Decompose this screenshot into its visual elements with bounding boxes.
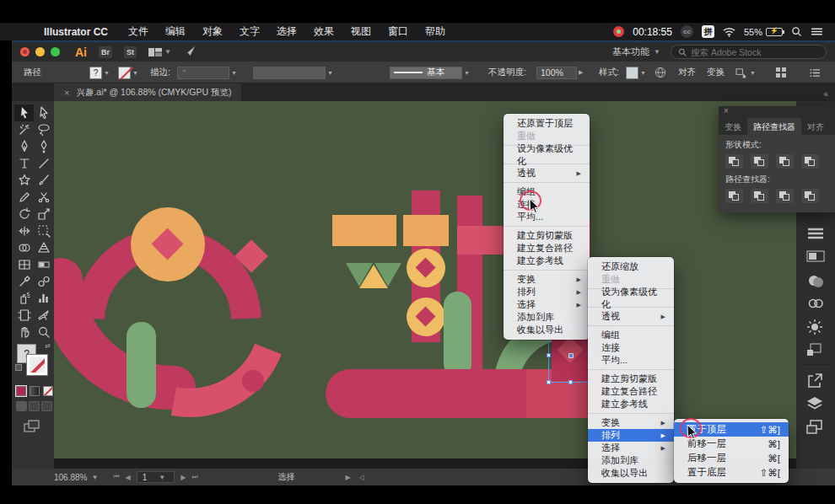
input-method-icon[interactable]: 拼 — [702, 25, 714, 38]
none-button[interactable] — [43, 386, 53, 396]
menu-item[interactable]: 置于底层⇧⌘[ — [674, 465, 789, 480]
width-tool[interactable] — [14, 223, 34, 239]
last-artboard-button[interactable]: ⏭ — [191, 473, 197, 481]
align-button[interactable]: 对齐 — [678, 62, 696, 83]
scale-tool[interactable] — [34, 206, 53, 223]
symbols-panel-icon[interactable] — [806, 342, 825, 361]
stroke-color-control[interactable]: ▼ — [118, 62, 138, 83]
notification-center-icon[interactable] — [811, 27, 823, 36]
menu-item[interactable]: 建立复合路径 — [588, 385, 674, 398]
trim-button[interactable] — [751, 189, 768, 203]
menu-item[interactable]: 平均... — [588, 354, 674, 367]
eyedropper-tool[interactable] — [14, 273, 34, 290]
pencil-tool[interactable] — [14, 189, 34, 206]
menu-item[interactable]: 编组 — [504, 185, 590, 198]
intersect-button[interactable] — [776, 154, 794, 169]
menubar-menu-item[interactable]: 选择 — [268, 24, 305, 39]
style-swatch[interactable] — [626, 67, 638, 79]
screen-mode-button[interactable] — [24, 420, 40, 437]
zoom-tool[interactable] — [34, 324, 53, 340]
menubar-menu-item[interactable]: 文字 — [231, 24, 268, 39]
draw-normal-button[interactable] — [16, 401, 27, 411]
mesh-tool[interactable] — [14, 256, 34, 273]
status-bar-menu-icon[interactable]: ▶ — [346, 474, 351, 481]
selection-tool[interactable] — [14, 105, 34, 121]
style-swatch-dropdown[interactable]: ▼ — [626, 62, 646, 83]
fill-color-control[interactable]: ? ▼ — [89, 62, 110, 83]
panel-tab[interactable]: 对齐 — [801, 118, 830, 135]
zoom-window-button[interactable] — [51, 47, 60, 56]
gradient-panel-icon[interactable] — [806, 249, 825, 268]
spotlight-search-icon[interactable] — [791, 26, 802, 37]
brush-definition-dropdown[interactable]: ▼ — [253, 62, 333, 83]
merge-button[interactable] — [776, 189, 794, 203]
default-fill-stroke-icon[interactable] — [15, 364, 22, 371]
menu-item[interactable]: 建立参考线 — [588, 398, 674, 410]
document-tab[interactable]: × 兴趣.ai* @ 106.88% (CMYK/GPU 预览) — [54, 83, 241, 101]
menu-item[interactable]: 连接 — [588, 341, 674, 354]
minimize-window-button[interactable] — [35, 47, 45, 56]
close-panel-icon[interactable]: × — [724, 106, 729, 115]
menu-item[interactable]: 收集以导出 — [588, 467, 674, 480]
lasso-tool[interactable] — [34, 121, 53, 138]
divide-button[interactable] — [725, 189, 743, 203]
menu-item[interactable]: 添加到库 — [504, 311, 590, 324]
draw-inside-button[interactable] — [41, 401, 52, 411]
layers-panel-icon[interactable] — [806, 396, 825, 415]
type-tool[interactable] — [14, 155, 34, 172]
bridge-button[interactable]: Br — [99, 46, 112, 58]
menu-item[interactable]: 选择▶ — [588, 442, 674, 454]
control-bar-menu-icon[interactable] — [810, 62, 821, 83]
workspace-switcher[interactable]: 基本功能▼ — [612, 46, 660, 58]
line-segment-tool[interactable] — [34, 155, 53, 172]
blend-tool[interactable] — [34, 273, 53, 290]
close-window-button[interactable] — [20, 47, 30, 56]
pen-tool[interactable] — [14, 138, 34, 155]
gradient-button[interactable] — [30, 386, 40, 396]
menu-item[interactable]: 后移一层⌘[ — [674, 451, 789, 465]
perspective-grid-tool[interactable] — [34, 239, 53, 256]
share-icon[interactable] — [183, 45, 196, 60]
menu-item[interactable]: 排列▶ — [588, 429, 674, 442]
crop-button[interactable] — [801, 189, 819, 203]
stroke-color-indicator[interactable] — [27, 355, 47, 375]
document-setup-icon[interactable] — [655, 62, 666, 83]
symbol-sprayer-tool[interactable] — [14, 290, 34, 307]
transparency-panel-icon[interactable] — [806, 273, 825, 292]
search-input[interactable] — [691, 47, 809, 57]
menu-item[interactable]: 设为像素级优化 — [588, 292, 674, 304]
menu-item[interactable]: 透视▶ — [588, 310, 674, 323]
menubar-menu-item[interactable]: 窗口 — [380, 24, 417, 39]
rotate-tool[interactable] — [14, 206, 34, 223]
menu-item[interactable]: 连接 — [504, 198, 590, 211]
menu-item[interactable]: 建立复合路径 — [504, 242, 590, 255]
stock-button[interactable]: St — [124, 46, 137, 58]
unite-button[interactable] — [725, 154, 743, 169]
first-artboard-button[interactable]: ⏮ — [113, 473, 119, 481]
artboard-tool[interactable] — [14, 307, 34, 324]
menu-item[interactable]: 透视▶ — [504, 167, 590, 180]
transform-button[interactable]: 变换 — [707, 62, 725, 83]
export-panel-icon[interactable] — [806, 373, 825, 391]
hand-tool[interactable] — [14, 324, 34, 340]
menubar-menu-item[interactable]: 文件 — [120, 24, 157, 39]
menu-item[interactable]: 变换▶ — [504, 273, 590, 286]
creative-cloud-menu-icon[interactable]: cc — [681, 25, 693, 38]
menu-item[interactable]: 平均... — [504, 211, 590, 223]
menu-item[interactable]: 选择▶ — [504, 298, 590, 311]
stroke-weight-field[interactable]: ⌃ ▼ — [177, 62, 237, 83]
swap-fill-stroke-icon[interactable]: ⇄ — [45, 342, 51, 350]
scrollbar-left-arrow-icon[interactable]: ◁ — [359, 474, 364, 481]
menubar-menu-item[interactable]: 对象 — [194, 24, 231, 39]
cc-libraries-panel-icon[interactable] — [806, 297, 825, 315]
panel-grid-icon[interactable] — [776, 62, 786, 83]
fill-swatch[interactable]: ? — [89, 67, 102, 79]
battery-indicator[interactable]: 55% — [744, 27, 783, 37]
column-graph-tool[interactable] — [34, 290, 53, 307]
previous-artboard-button[interactable]: ◀ — [126, 474, 131, 481]
stock-search-field[interactable] — [671, 45, 827, 59]
color-button[interactable] — [16, 386, 26, 396]
menu-item[interactable]: 编组 — [588, 329, 674, 341]
minus-front-button[interactable] — [751, 154, 768, 169]
arrange-documents-button[interactable]: ▼ — [148, 47, 171, 57]
